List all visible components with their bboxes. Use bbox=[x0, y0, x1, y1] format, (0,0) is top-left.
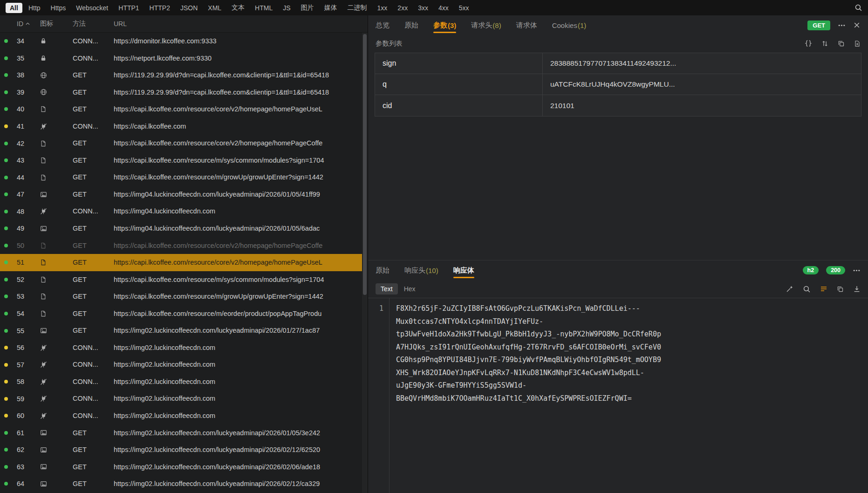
wrap-lines-icon[interactable] bbox=[820, 285, 827, 293]
scrollbar[interactable] bbox=[362, 33, 368, 493]
close-icon[interactable] bbox=[853, 21, 861, 29]
request-row-35[interactable]: 35CONN...https://netport.lkcoffee.com:93… bbox=[0, 50, 362, 67]
request-row-41[interactable]: 41CONN...https://capi.lkcoffee.com bbox=[0, 118, 362, 135]
tab-请求头[interactable]: 请求头(8) bbox=[471, 15, 501, 35]
sort-toggle-icon[interactable] bbox=[821, 40, 828, 47]
row-id: 42 bbox=[12, 140, 38, 147]
filter-4xx[interactable]: 4xx bbox=[434, 3, 453, 13]
filter-图片[interactable]: 图片 bbox=[297, 2, 318, 14]
request-row-59[interactable]: 59CONN...https://img02.luckincoffeecdn.c… bbox=[0, 390, 362, 407]
row-method: CONN... bbox=[69, 407, 110, 425]
view-mode-Hex[interactable]: Hex bbox=[399, 283, 421, 294]
request-row-50[interactable]: 50GEThttps://capi.lkcoffee.com/resource/… bbox=[0, 237, 362, 254]
column-id[interactable]: ID bbox=[12, 20, 38, 27]
more-options-icon[interactable] bbox=[838, 21, 846, 29]
filter-JSON[interactable]: JSON bbox=[176, 3, 202, 13]
filter-二进制[interactable]: 二进制 bbox=[343, 2, 371, 14]
request-row-42[interactable]: 42GEThttps://capi.lkcoffee.com/resource/… bbox=[0, 135, 362, 152]
filter-All[interactable]: All bbox=[6, 3, 22, 13]
copy-body-icon[interactable] bbox=[837, 286, 844, 293]
tab-原始[interactable]: 原始 bbox=[404, 15, 418, 35]
request-row-47[interactable]: 47GEThttps://img04.luckincoffeecdn.com/l… bbox=[0, 186, 362, 203]
request-row-40[interactable]: 40GEThttps://capi.lkcoffee.com/resource/… bbox=[0, 101, 362, 118]
auto-decode-icon[interactable] bbox=[786, 285, 793, 293]
tab-响应头[interactable]: 响应头(10) bbox=[404, 260, 438, 280]
tab-原始[interactable]: 原始 bbox=[376, 260, 390, 280]
request-row-53[interactable]: 53GEThttps://capi.lkcoffee.com/resource/… bbox=[0, 288, 362, 305]
row-id: 49 bbox=[12, 225, 38, 232]
request-row-49[interactable]: 49GEThttps://img04.luckincoffeecdn.com/l… bbox=[0, 220, 362, 237]
request-rows: 34CONN...https://dmonitor.lkcoffee.com:9… bbox=[0, 33, 362, 493]
request-row-43[interactable]: 43GEThttps://capi.lkcoffee.com/resource/… bbox=[0, 152, 362, 169]
row-method: GET bbox=[69, 475, 110, 493]
request-row-62[interactable]: 62GEThttps://img02.luckincoffeecdn.com/l… bbox=[0, 441, 362, 459]
filter-JS[interactable]: JS bbox=[279, 3, 294, 13]
filter-Https[interactable]: Https bbox=[47, 3, 70, 13]
request-row-61[interactable]: 61GEThttps://img02.luckincoffeecdn.com/l… bbox=[0, 425, 362, 442]
scrollbar-thumb[interactable] bbox=[363, 34, 367, 295]
request-row-39[interactable]: 39GEThttps://119.29.29.99/d?dn=capi.lkco… bbox=[0, 84, 362, 101]
plug-icon bbox=[38, 412, 69, 419]
params-table: sign283888517977071383411492493212...quA… bbox=[375, 53, 861, 116]
filter-5xx[interactable]: 5xx bbox=[455, 3, 473, 13]
request-row-52[interactable]: 52GEThttps://capi.lkcoffee.com/resource/… bbox=[0, 271, 362, 288]
request-row-54[interactable]: 54GEThttps://capi.lkcoffee.com/resource/… bbox=[0, 305, 362, 322]
filter-HTML[interactable]: HTML bbox=[251, 3, 277, 13]
view-mode-Text[interactable]: Text bbox=[376, 283, 398, 294]
search-icon[interactable] bbox=[854, 4, 862, 12]
request-row-38[interactable]: 38GEThttps://119.29.29.99/d?dn=capi.lkco… bbox=[0, 67, 362, 84]
request-row-51[interactable]: 51GEThttps://capi.lkcoffee.com/resource/… bbox=[0, 254, 362, 271]
column-method[interactable]: 方法 bbox=[69, 20, 110, 28]
request-row-57[interactable]: 57CONN...https://img02.luckincoffeecdn.c… bbox=[0, 356, 362, 373]
filter-3xx[interactable]: 3xx bbox=[414, 3, 432, 13]
tab-Cookies[interactable]: Cookies(1) bbox=[552, 15, 587, 35]
search-body-icon[interactable] bbox=[803, 285, 811, 293]
filter-1xx[interactable]: 1xx bbox=[373, 3, 392, 13]
request-row-64[interactable]: 64GEThttps://img02.luckincoffeecdn.com/l… bbox=[0, 475, 362, 493]
request-row-44[interactable]: 44GEThttps://capi.lkcoffee.com/resource/… bbox=[0, 169, 362, 186]
request-row-56[interactable]: 56CONN...https://img02.luckincoffeecdn.c… bbox=[0, 339, 362, 356]
row-url: https://119.29.29.99/d?dn=capi.lkcoffee.… bbox=[110, 84, 362, 101]
tab-参数[interactable]: 参数(3) bbox=[433, 15, 456, 35]
tab-请求体[interactable]: 请求体 bbox=[516, 15, 537, 35]
row-method: GET bbox=[69, 220, 110, 237]
tab-响应体[interactable]: 响应体 bbox=[453, 260, 474, 280]
param-row[interactable]: sign283888517977071383411492493212... bbox=[375, 53, 861, 74]
request-row-55[interactable]: 55GEThttps://img02.luckincoffeecdn.com/l… bbox=[0, 322, 362, 339]
row-url: https://capi.lkcoffee.com/resource/core/… bbox=[110, 135, 362, 152]
copy-params-icon[interactable] bbox=[838, 40, 845, 47]
tab-总览[interactable]: 总览 bbox=[376, 15, 390, 35]
column-url[interactable]: URL bbox=[110, 20, 368, 27]
filter-HTTP2[interactable]: HTTP2 bbox=[145, 3, 174, 13]
download-body-icon[interactable] bbox=[853, 285, 861, 293]
lock-icon bbox=[38, 55, 69, 62]
row-method: GET bbox=[69, 288, 110, 305]
doc-icon bbox=[38, 259, 69, 266]
filter-Websocket[interactable]: Websocket bbox=[72, 3, 112, 13]
param-row[interactable]: cid210101 bbox=[375, 95, 861, 116]
request-row-58[interactable]: 58CONN...https://img02.luckincoffeecdn.c… bbox=[0, 373, 362, 390]
row-id: 60 bbox=[12, 412, 38, 419]
request-row-63[interactable]: 63GEThttps://img02.luckincoffeecdn.com/l… bbox=[0, 459, 362, 476]
response-tabbar: 原始响应头(10)响应体 h2 200 bbox=[368, 260, 868, 280]
plug-icon bbox=[38, 344, 69, 351]
column-icon[interactable]: 图标 bbox=[38, 20, 69, 28]
filter-HTTP1[interactable]: HTTP1 bbox=[114, 3, 143, 13]
row-id: 61 bbox=[12, 429, 38, 437]
row-method: GET bbox=[69, 135, 110, 152]
filter-XML[interactable]: XML bbox=[204, 3, 226, 13]
doc-icon bbox=[38, 106, 69, 112]
export-params-icon[interactable] bbox=[854, 40, 861, 47]
detail-panel: 总览原始参数(3)请求头(8)请求体Cookies(1) GET 参数列表 si… bbox=[368, 15, 868, 493]
filter-2xx[interactable]: 2xx bbox=[393, 3, 412, 13]
filter-Http[interactable]: Http bbox=[24, 3, 45, 13]
filter-文本[interactable]: 文本 bbox=[227, 2, 249, 14]
request-row-34[interactable]: 34CONN...https://dmonitor.lkcoffee.com:9… bbox=[0, 33, 362, 50]
request-row-60[interactable]: 60CONN...https://img02.luckincoffeecdn.c… bbox=[0, 407, 362, 425]
response-body-text[interactable]: F8Xh2r65jF-2uZCIyIB8FsAtO6GvpPczLu6TKAKi… bbox=[390, 298, 868, 493]
response-more-options-icon[interactable] bbox=[853, 267, 861, 274]
param-row[interactable]: quATCFcK8LrUJHq4kOVZ8wgyPMLU... bbox=[375, 74, 861, 95]
json-view-icon[interactable] bbox=[805, 40, 812, 47]
filter-媒体[interactable]: 媒体 bbox=[320, 2, 342, 14]
request-row-48[interactable]: 48CONN...https://img04.luckincoffeecdn.c… bbox=[0, 203, 362, 220]
